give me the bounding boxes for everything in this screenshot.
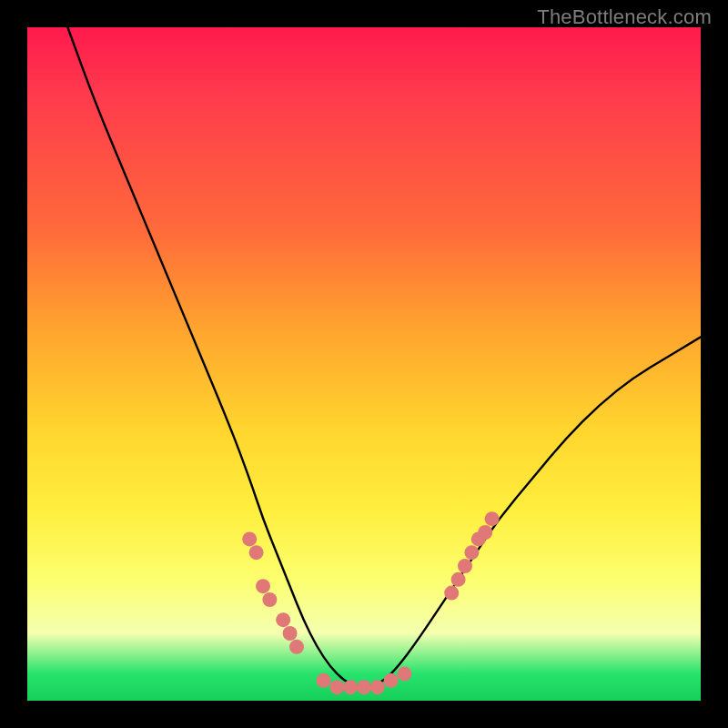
- marker-dot: [317, 673, 331, 688]
- chart-svg: [27, 27, 701, 701]
- marker-dot: [242, 531, 257, 546]
- watermark-text: TheBottleneck.com: [537, 5, 712, 29]
- marker-dot: [283, 626, 298, 641]
- marker-dot: [464, 545, 479, 560]
- marker-dot: [262, 592, 277, 607]
- outer-frame: TheBottleneck.com: [0, 0, 728, 728]
- marker-dot: [444, 586, 459, 601]
- marker-dot: [276, 612, 290, 627]
- marker-dot: [343, 680, 358, 694]
- marker-dot: [451, 572, 466, 587]
- marker-dot: [485, 511, 500, 526]
- marker-dot: [384, 673, 399, 688]
- marker-dot: [249, 545, 264, 560]
- marker-group: [242, 511, 499, 694]
- marker-dot: [370, 680, 385, 694]
- bottleneck-curve-path: [67, 27, 701, 687]
- marker-dot: [289, 640, 304, 654]
- marker-dot: [357, 680, 371, 694]
- marker-dot: [256, 579, 270, 593]
- marker-dot: [478, 525, 492, 540]
- marker-dot: [458, 559, 472, 573]
- marker-dot: [329, 680, 344, 694]
- plot-area: [27, 27, 701, 701]
- marker-dot: [397, 666, 411, 681]
